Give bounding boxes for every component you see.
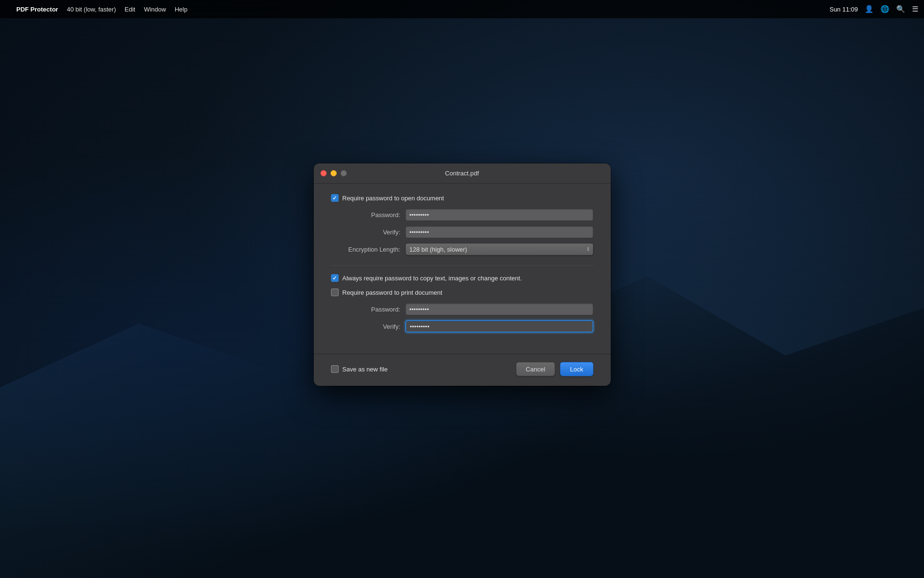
open-password-input[interactable] <box>405 208 593 221</box>
dialog-content: Require password to open document Passwo… <box>314 184 611 354</box>
open-verify-label: Verify: <box>331 229 405 236</box>
dialog-window: Contract.pdf Require password to open do… <box>314 163 611 386</box>
encryption-select-wrapper: 40 bit (low, faster) 128 bit (high, slow… <box>405 243 593 255</box>
list-icon[interactable]: ☰ <box>912 5 918 13</box>
print-password-row: Password: <box>331 303 593 315</box>
open-verify-row: Verify: <box>331 226 593 238</box>
dialog-bottom-bar: Save as new file Cancel Lock <box>314 354 611 386</box>
copy-password-checkbox[interactable] <box>331 274 339 282</box>
permissions-section: Always require password to copy text, im… <box>331 274 593 333</box>
globe-icon: 🌐 <box>880 5 890 13</box>
menubar-file[interactable]: 40 bit (low, faster) <box>67 6 116 13</box>
encryption-label: Encryption Length: <box>331 246 405 253</box>
print-verify-row: Verify: <box>331 320 593 333</box>
button-group: Cancel Lock <box>516 362 593 376</box>
dialog-overlay: Contract.pdf Require password to open do… <box>0 0 924 578</box>
divider <box>331 265 593 266</box>
print-password-label: Require password to print document <box>342 289 443 296</box>
open-password-checkbox[interactable] <box>331 194 339 202</box>
menubar-window[interactable]: Window <box>144 6 166 13</box>
open-password-label: Require password to open document <box>342 195 444 202</box>
print-checkbox-row: Require password to print document <box>331 289 593 296</box>
copy-checkbox-row: Always require password to copy text, im… <box>331 274 593 282</box>
print-password-checkbox[interactable] <box>331 289 339 296</box>
open-password-checkbox-row: Require password to open document <box>331 194 593 202</box>
lock-button[interactable]: Lock <box>560 362 593 376</box>
open-password-row: Password: <box>331 208 593 221</box>
menubar-app-name[interactable]: PDF Protector <box>16 6 58 13</box>
menubar-edit[interactable]: Edit <box>125 6 135 13</box>
close-button[interactable] <box>320 170 327 176</box>
print-verify-label: Verify: <box>331 323 405 330</box>
person-icon: 👤 <box>865 5 874 13</box>
open-verify-input[interactable] <box>405 226 593 238</box>
encryption-select[interactable]: 40 bit (low, faster) 128 bit (high, slow… <box>405 243 593 255</box>
maximize-button[interactable] <box>341 170 347 176</box>
traffic-lights <box>320 170 347 176</box>
menubar: PDF Protector 40 bit (low, faster) Edit … <box>0 0 924 18</box>
open-password-section: Require password to open document Passwo… <box>331 194 593 255</box>
encryption-row: Encryption Length: 40 bit (low, faster) … <box>331 243 593 255</box>
menubar-time: Sun 11:09 <box>830 6 858 13</box>
print-password-input[interactable] <box>405 303 593 315</box>
save-new-file-label: Save as new file <box>342 366 388 373</box>
save-checkbox-row: Save as new file <box>331 365 388 373</box>
dialog-title: Contract.pdf <box>445 170 479 177</box>
search-icon[interactable]: 🔍 <box>896 5 905 13</box>
cancel-button[interactable]: Cancel <box>516 362 555 376</box>
dialog-titlebar: Contract.pdf <box>314 163 611 184</box>
menubar-help[interactable]: Help <box>175 6 188 13</box>
save-new-file-checkbox[interactable] <box>331 365 339 373</box>
copy-password-label: Always require password to copy text, im… <box>342 275 522 282</box>
open-password-field-label: Password: <box>331 211 405 219</box>
minimize-button[interactable] <box>331 170 337 176</box>
print-verify-input[interactable] <box>405 320 593 333</box>
print-password-field-label: Password: <box>331 306 405 313</box>
